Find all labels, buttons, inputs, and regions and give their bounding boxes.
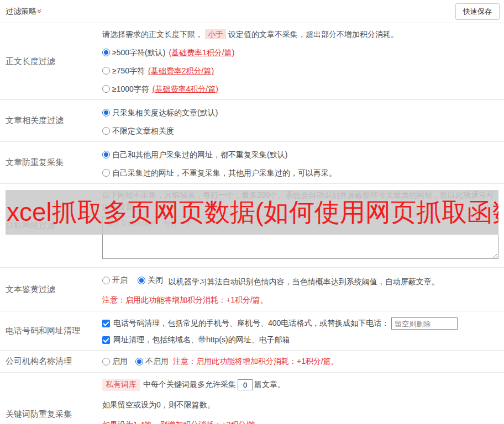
dedup-option-all-users[interactable]: 自己和其他用户采集过的网址，都不重复采集(默认) [102, 149, 498, 160]
length-option-750[interactable]: ≥750字符 (基础费率2积分/篇) [102, 65, 498, 76]
page-title-wrap: 过滤策略» [6, 7, 42, 17]
length-filter-intro: 请选择需求的正文长度下限，小于设定值的文章不采集，超出部分不增加积分消耗。 [102, 28, 498, 40]
quick-save-button[interactable]: 快速保存 [455, 3, 500, 20]
section-company-clean: 公司机构名称清理 启用 不启用 注意：启用此功能将增加积分消耗：+1积分/篇。 [0, 350, 504, 372]
relevance-option-any[interactable]: 不限定文章相关度 [102, 125, 498, 136]
header: 过滤策略» 快速保存 [0, 0, 504, 23]
section-relevance-filter: 文章相关度过滤 只采集相关度达标的文章(默认) 不限定文章相关度 [0, 99, 504, 141]
length-option-1000[interactable]: ≥1000字符 (基础费率4积分/篇) [102, 83, 498, 94]
company-option-off[interactable]: 不启用 [135, 357, 169, 367]
length-option-500[interactable]: ≥500字符(默认) (基础费率1积分/篇) [102, 47, 498, 58]
option-fee: (基础费率2积分/篇) [148, 65, 214, 76]
intro-post: 设定值的文章不采集，超出部分不增加积分消耗。 [228, 30, 398, 39]
watermark-title: xcel抓取多页网页数据(如何使用网页抓取函数(u [7, 198, 498, 226]
radio-icon[interactable] [102, 109, 110, 116]
section-label: 文章防重复采集 [0, 142, 102, 183]
option-label: ≥500字符(默认) [112, 47, 165, 58]
option-label: 只采集相关度达标的文章(默认) [112, 107, 218, 118]
porn-filter-note: 注意：启用此功能将增加积分消耗：+1积分/篇。 [102, 294, 498, 306]
keyword-line1-end: 篇文章。 [254, 380, 285, 390]
section-label: 正文长度过滤 [0, 23, 102, 99]
radio-icon[interactable] [102, 127, 110, 135]
section-label: 公司机构名称清理 [0, 351, 102, 372]
keyword-count-input[interactable] [238, 379, 253, 390]
option-label: 不启用 [145, 357, 169, 367]
radio-icon[interactable] [102, 358, 110, 365]
radio-icon[interactable] [102, 67, 110, 75]
option-label: 开启 [112, 275, 128, 285]
section-dedup-collect: 文章防重复采集 自己和其他用户采集过的网址，都不重复采集(默认) 自己采集过的网… [0, 141, 504, 183]
page-title: 过滤策略 [6, 7, 36, 15]
section-label: 电话号码和网址清理 [0, 311, 102, 350]
replacement-phone-input[interactable] [391, 317, 458, 330]
keyword-line3: 如果设为1-4篇，则增加积分消耗：+2积分/篇。 [102, 418, 498, 424]
radio-icon[interactable] [138, 277, 145, 284]
phone-clean-checkbox[interactable] [102, 320, 110, 327]
watermark-banner: xcel抓取多页网页数据(如何使用网页抓取函数(u [6, 190, 498, 235]
section-phone-url-clean: 电话号码和网址清理 电话号码清理，包括常见的手机号、座机号、400电话格式，或替… [0, 311, 504, 350]
radio-icon[interactable] [102, 277, 110, 284]
section-content-length-filter: 正文长度过滤 请选择需求的正文长度下限，小于设定值的文章不采集，超出部分不增加积… [0, 23, 504, 99]
chevron-double-down-icon[interactable]: » [35, 9, 44, 13]
option-label: 启用 [112, 357, 128, 367]
dedup-option-self-only[interactable]: 自己采集过的网址，不重复采集，其他用户采集过的，可以再采。 [102, 167, 498, 178]
radio-icon[interactable] [102, 49, 110, 56]
option-label: ≥750字符 [112, 65, 145, 76]
radio-icon[interactable] [135, 358, 143, 365]
section-label: 关键词防重复采集 [0, 373, 102, 424]
section-label: 文章相关度过滤 [0, 100, 102, 141]
phone-clean-label: 电话号码清理，包括常见的手机号、座机号、400电话格式，或替换成如下电话： [113, 319, 389, 328]
radio-icon[interactable] [102, 85, 110, 93]
porn-option-on[interactable]: 开启 [102, 275, 128, 285]
option-label: 自己和其他用户采集过的网址，都不重复采集(默认) [112, 149, 287, 160]
section-keyword-dedup: 关键词防重复采集 私有词库 中每个关键词最多允许采集 篇文章。 如果留空或设为0… [0, 372, 504, 424]
option-fee: (基础费率4积分/篇) [153, 83, 218, 94]
company-clean-note: 注意：启用此功能将增加积分消耗：+1积分/篇。 [173, 357, 339, 367]
private-dict-badge: 私有词库 [102, 379, 140, 391]
section-porn-filter: 文本鉴黄过滤 开启 关闭 以机器学习算法自动识别色情内容，当色情概率达到系统阈值… [0, 267, 504, 311]
intro-pre: 请选择需求的正文长度下限， [102, 30, 203, 39]
radio-icon[interactable] [102, 169, 110, 177]
section-label: 文本鉴黄过滤 [0, 268, 102, 311]
porn-option-off[interactable]: 关闭 [138, 275, 163, 285]
option-label: 不限定文章相关度 [112, 125, 174, 136]
less-than-badge: 小于 [205, 29, 226, 39]
keyword-line1-mid: 中每个关键词最多允许采集 [143, 380, 236, 390]
option-label: 关闭 [148, 275, 163, 285]
keyword-line2: 如果留空或设为0，则不限篇数。 [102, 399, 498, 411]
radio-icon[interactable] [102, 151, 110, 158]
company-option-on[interactable]: 启用 [102, 357, 128, 367]
url-clean-label: 网址清理，包括纯域名、带http(s)的网址、电子邮箱 [113, 335, 290, 345]
url-clean-checkbox[interactable] [102, 336, 110, 344]
option-label: 自己采集过的网址，不重复采集，其他用户采集过的，可以再采。 [112, 167, 337, 178]
option-label: ≥1000字符 [112, 83, 149, 94]
option-fee: (基础费率1积分/篇) [169, 47, 234, 58]
relevance-option-strict[interactable]: 只采集相关度达标的文章(默认) [102, 107, 498, 118]
porn-filter-desc: 以机器学习算法自动识别色情内容，当色情概率达到系统阈值，自动屏蔽文章。 [169, 277, 439, 286]
